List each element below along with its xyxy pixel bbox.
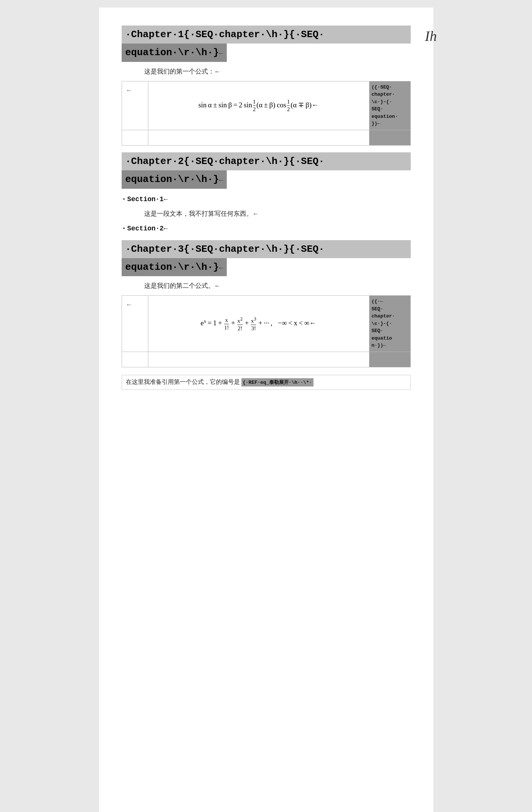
chapter-1-intro: 这是我们的第一个公式：←	[144, 67, 411, 76]
equation-table-1: ← sin α ± sin β = 2 sin12(α ± β) cos12(α…	[122, 81, 411, 146]
section-2-label: Section·2←	[127, 225, 168, 232]
section-2-dot: ·	[122, 224, 127, 233]
chapter-1-block: ·Chapter·1{·SEQ·chapter·\h·}{·SEQ· equat…	[122, 26, 411, 146]
chapter-1-line2: equation·\r·\h·}←	[122, 44, 227, 62]
chapter-1-arrow: ←	[219, 50, 223, 57]
eq2-row2-formula	[148, 352, 369, 367]
chapter-1-line1: ·Chapter·1{·SEQ·chapter·\h·}{·SEQ·	[122, 26, 411, 44]
eq1-ref-cell: ({·SEQ·chapter·\c·}-{·SEQ·equation·})←	[369, 81, 410, 130]
chapter-2-heading: ·Chapter·2{·SEQ·chapter·\h·}{·SEQ· equat…	[122, 152, 411, 189]
chapter-1-heading: ·Chapter·1{·SEQ·chapter·\h·}{·SEQ· equat…	[122, 26, 411, 62]
chapter-3-line2-text: equation·\r·\h·}	[125, 262, 219, 273]
document-page: Ih ·Chapter·1{·SEQ·chapter·\h·}{·SEQ· eq…	[99, 8, 433, 812]
chapter-1-line2-text: equation·\r·\h·}	[125, 47, 219, 58]
eq2-ref-text: ({·←SEQ·chapter·\c·}-{·SEQ·equation·})←	[372, 299, 395, 348]
chapter-3-line2: equation·\r·\h·}←	[122, 258, 227, 276]
chapter-2-line2-text: equation·\r·\h·}	[125, 174, 219, 185]
eq2-ref-cell: ({·←SEQ·chapter·\c·}-{·SEQ·equation·})←	[369, 296, 410, 352]
section-1-heading: · Section·1←	[122, 195, 411, 204]
eq1-formula-cell: sin α ± sin β = 2 sin12(α ± β) cos12(α ∓…	[148, 81, 369, 130]
ih-label: Ih	[425, 28, 437, 44]
chapter-3-heading: ·Chapter·3{·SEQ·chapter·\h·}{·SEQ· equat…	[122, 240, 411, 277]
equation-table-2: ← ex = 1 + x1! + x22! + x33! + ··· , −∞ …	[122, 295, 411, 367]
section-1-label: Section·1←	[127, 195, 168, 203]
eq1-math: sin α ± sin β = 2 sin12(α ± β) cos12(α ∓…	[198, 101, 319, 109]
bottom-ref-text: 在这里我准备引用第一个公式，它的编号是	[126, 378, 240, 386]
chapter-2-block: ·Chapter·2{·SEQ·chapter·\h·}{·SEQ· equat…	[122, 152, 411, 233]
eq1-arrow-cell: ←	[122, 81, 148, 130]
chapter-3-arrow: ←	[219, 264, 223, 272]
eq2-row2-arrow	[122, 352, 148, 367]
eq1-ref-text: ({·SEQ·chapter·\c·}-{·SEQ·equation·})←	[372, 84, 398, 127]
eq1-row2-ref	[369, 130, 410, 145]
chapter-2-line2: equation·\r·\h·}←	[122, 170, 227, 188]
eq2-math: ex = 1 + x1! + x22! + x33! + ··· , −∞ < …	[200, 319, 316, 327]
chapter-2-arrow: ←	[219, 176, 223, 184]
section-1-text: 这是一段文本，我不打算写任何东西。←	[144, 209, 411, 218]
eq2-row2-ref	[369, 352, 410, 367]
bottom-ref-tag: {·REF·eq_泰勒展开·\h··\*·	[241, 378, 314, 386]
chapter-3-intro: 这是我们的第二个公式。←	[144, 281, 411, 290]
eq2-arrow-cell: ←	[122, 296, 148, 352]
chapter-2-line1: ·Chapter·2{·SEQ·chapter·\h·}{·SEQ·	[122, 152, 411, 170]
chapter-3-line1: ·Chapter·3{·SEQ·chapter·\h·}{·SEQ·	[122, 240, 411, 258]
section-1-dot: ·	[122, 195, 127, 204]
chapter-3-block: ·Chapter·3{·SEQ·chapter·\h·}{·SEQ· equat…	[122, 240, 411, 390]
section-2-heading: · Section·2←	[122, 224, 411, 233]
eq2-formula-cell: ex = 1 + x1! + x22! + x33! + ··· , −∞ < …	[148, 296, 369, 352]
eq1-row2-arrow	[122, 130, 148, 145]
eq1-row2-formula	[148, 130, 369, 145]
bottom-ref-line: 在这里我准备引用第一个公式，它的编号是 {·REF·eq_泰勒展开·\h··\*…	[122, 375, 411, 390]
